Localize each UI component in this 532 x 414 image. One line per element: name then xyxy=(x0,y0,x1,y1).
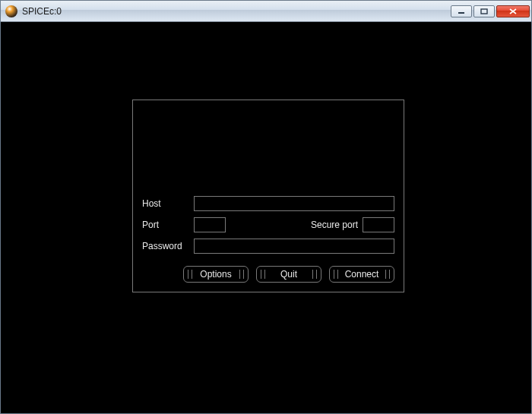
button-row: Options Quit Connect xyxy=(183,266,394,283)
host-row: Host xyxy=(142,196,394,211)
maximize-button[interactable] xyxy=(473,5,495,17)
secure-port-label: Secure port xyxy=(311,220,358,230)
secure-port-input[interactable] xyxy=(363,217,394,232)
window-controls xyxy=(451,5,530,17)
close-button[interactable] xyxy=(496,5,530,17)
client-area: Host Port Secure port Password Op xyxy=(1,22,531,413)
window-title: SPICEc:0 xyxy=(22,6,451,17)
quit-button-label: Quit xyxy=(280,269,297,280)
svg-rect-0 xyxy=(458,12,464,14)
app-icon xyxy=(5,5,17,17)
connect-button[interactable]: Connect xyxy=(329,266,394,283)
app-window: SPICEc:0 Host xyxy=(0,0,532,414)
maximize-icon xyxy=(480,8,488,14)
port-row: Port Secure port xyxy=(142,217,394,232)
password-input[interactable] xyxy=(194,239,394,254)
minimize-icon xyxy=(458,8,465,14)
quit-button[interactable]: Quit xyxy=(256,266,321,283)
minimize-button[interactable] xyxy=(451,5,472,17)
port-label: Port xyxy=(142,220,194,230)
svg-rect-1 xyxy=(481,9,487,14)
password-row: Password xyxy=(142,239,394,254)
login-form: Host Port Secure port Password xyxy=(142,196,394,260)
close-icon xyxy=(509,8,517,14)
login-panel: Host Port Secure port Password Op xyxy=(132,100,404,292)
password-label: Password xyxy=(142,241,194,251)
connect-button-label: Connect xyxy=(345,269,379,280)
options-button-label: Options xyxy=(200,269,231,280)
host-label: Host xyxy=(142,198,194,209)
options-button[interactable]: Options xyxy=(183,266,249,283)
host-input[interactable] xyxy=(194,196,394,211)
titlebar: SPICEc:0 xyxy=(1,1,531,22)
port-input[interactable] xyxy=(194,217,226,232)
